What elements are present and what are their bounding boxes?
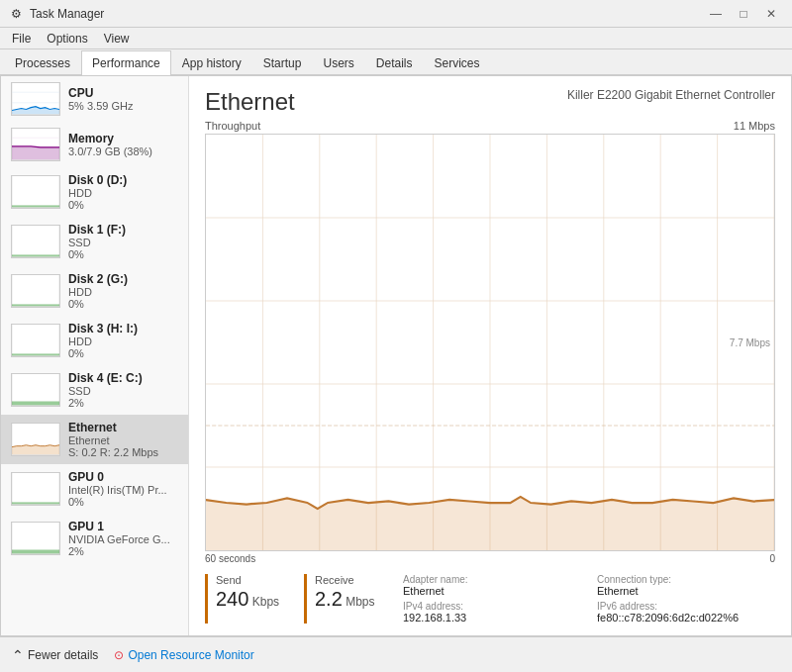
- svg-rect-24: [12, 522, 59, 553]
- main-container: CPU 5% 3.59 GHz Memory 3.0/7.9 GB (38%): [0, 75, 792, 636]
- svg-rect-11: [12, 205, 59, 207]
- disk0-info: Disk 0 (D:) HDD 0%: [68, 173, 178, 211]
- disk0-thumbnail: [11, 175, 60, 209]
- disk1-thumbnail: [11, 225, 60, 258]
- adapter-name-item: Adapter name: Ethernet: [403, 574, 581, 597]
- svg-rect-25: [12, 549, 59, 553]
- details-grid: Adapter name: Ethernet Connection type: …: [403, 574, 775, 624]
- tab-users[interactable]: Users: [312, 50, 364, 75]
- menu-options[interactable]: Options: [39, 30, 95, 47]
- close-button[interactable]: ✕: [758, 4, 784, 24]
- memory-label: Memory: [68, 132, 178, 145]
- disk3-info: Disk 3 (H: I:) HDD 0%: [68, 322, 178, 359]
- cpu-label: CPU: [68, 86, 178, 100]
- disk1-label: Disk 1 (F:): [68, 223, 178, 237]
- menu-file[interactable]: File: [4, 30, 39, 47]
- ethernet-chart: 7.7 Mbps: [205, 134, 775, 551]
- svg-rect-16: [12, 324, 59, 355]
- disk2-usage: 0%: [68, 298, 178, 310]
- gpu0-name: Intel(R) Iris(TM) Pr...: [68, 484, 178, 496]
- tab-processes[interactable]: Processes: [4, 50, 81, 75]
- ipv6-label: IPv6 address:: [597, 601, 775, 612]
- sidebar-item-disk1[interactable]: Disk 1 (F:) SSD 0%: [1, 217, 188, 266]
- svg-rect-17: [12, 353, 59, 355]
- send-stats: Send 240 Kbps: [205, 574, 284, 624]
- disk1-info: Disk 1 (F:) SSD 0%: [68, 223, 178, 260]
- gpu1-label: GPU 1: [68, 520, 178, 533]
- disk0-usage: 0%: [68, 199, 178, 211]
- chart-label-row: Throughput 11 Mbps: [205, 120, 775, 132]
- throughput-label: Throughput: [205, 120, 260, 132]
- sidebar-item-cpu[interactable]: CPU 5% 3.59 GHz: [1, 76, 188, 122]
- resource-monitor-label: Open Resource Monitor: [128, 648, 253, 662]
- sidebar-item-memory[interactable]: Memory 3.0/7.9 GB (38%): [1, 122, 188, 167]
- fewer-details-label: Fewer details: [28, 648, 98, 662]
- memory-thumbnail: [11, 128, 60, 161]
- sidebar-item-disk0[interactable]: Disk 0 (D:) HDD 0%: [1, 167, 188, 217]
- svg-rect-18: [12, 373, 59, 405]
- connection-type-label: Connection type:: [597, 574, 775, 585]
- chevron-up-icon: ⌃: [12, 647, 24, 663]
- cpu-stats: 5% 3.59 GHz: [68, 100, 178, 112]
- ethernet-name: Ethernet: [68, 434, 178, 446]
- menu-bar: File Options View: [0, 28, 792, 49]
- stats-row: Send 240 Kbps Receive 2.2 Mbps Adapter n…: [205, 574, 775, 624]
- gpu1-usage: 2%: [68, 545, 178, 557]
- content-title: Ethernet: [205, 88, 295, 116]
- minimize-button[interactable]: —: [703, 4, 729, 24]
- chart-time-row: 60 seconds 0: [205, 553, 775, 564]
- sidebar-item-disk3[interactable]: Disk 3 (H: I:) HDD 0%: [1, 316, 188, 365]
- tab-startup[interactable]: Startup: [252, 50, 313, 75]
- ipv4-label: IPv4 address:: [403, 601, 581, 612]
- sidebar-item-gpu0[interactable]: GPU 0 Intel(R) Iris(TM) Pr... 0%: [1, 464, 188, 514]
- receive-label: Receive: [315, 574, 383, 586]
- svg-marker-9: [12, 146, 59, 159]
- disk0-type: HDD: [68, 187, 178, 199]
- menu-view[interactable]: View: [96, 30, 138, 47]
- ipv6-value: fe80::c78:2096:6d2c:d022%6: [597, 612, 775, 624]
- footer: ⌃ Fewer details ⊙ Open Resource Monitor: [0, 636, 792, 672]
- send-value: 240: [216, 588, 248, 610]
- gpu0-usage: 0%: [68, 496, 178, 508]
- adapter-label: Adapter name:: [403, 574, 581, 585]
- svg-rect-19: [12, 401, 59, 405]
- svg-rect-15: [12, 304, 59, 306]
- receive-stats: Receive 2.2 Mbps: [304, 574, 383, 624]
- resource-monitor-link[interactable]: ⊙ Open Resource Monitor: [114, 648, 253, 662]
- chart-mid-value: 7.7 Mbps: [730, 337, 770, 348]
- disk3-usage: 0%: [68, 347, 178, 359]
- tab-services[interactable]: Services: [424, 50, 491, 75]
- disk3-thumbnail: [11, 324, 60, 357]
- svg-rect-23: [12, 502, 59, 504]
- sidebar: CPU 5% 3.59 GHz Memory 3.0/7.9 GB (38%): [1, 76, 189, 635]
- disk2-thumbnail: [11, 274, 60, 308]
- gpu0-thumbnail: [11, 472, 60, 506]
- disk4-info: Disk 4 (E: C:) SSD 2%: [68, 371, 178, 409]
- cpu-info: CPU 5% 3.59 GHz: [68, 86, 178, 112]
- gpu0-label: GPU 0: [68, 470, 178, 484]
- sidebar-item-ethernet[interactable]: Ethernet Ethernet S: 0.2 R: 2.2 Mbps: [1, 415, 188, 464]
- svg-rect-14: [12, 274, 59, 306]
- disk1-usage: 0%: [68, 248, 178, 260]
- disk2-type: HDD: [68, 286, 178, 298]
- ethernet-info: Ethernet Ethernet S: 0.2 R: 2.2 Mbps: [68, 421, 178, 458]
- disk3-label: Disk 3 (H: I:): [68, 322, 178, 336]
- sidebar-item-disk2[interactable]: Disk 2 (G:) HDD 0%: [1, 266, 188, 316]
- disk2-label: Disk 2 (G:): [68, 272, 178, 286]
- window-controls: — □ ✕: [703, 4, 784, 24]
- adapter-value: Ethernet: [403, 585, 581, 597]
- svg-rect-22: [12, 472, 59, 504]
- content-area: Ethernet Killer E2200 Gigabit Ethernet C…: [189, 76, 791, 635]
- maximize-button[interactable]: □: [731, 4, 756, 24]
- tab-details[interactable]: Details: [365, 50, 424, 75]
- tab-app-history[interactable]: App history: [171, 50, 252, 75]
- title-bar: ⚙ Task Manager — □ ✕: [0, 0, 792, 28]
- connection-type-value: Ethernet: [597, 585, 775, 597]
- tab-bar: Processes Performance App history Startu…: [0, 49, 792, 75]
- fewer-details-button[interactable]: ⌃ Fewer details: [12, 647, 98, 663]
- receive-unit: Mbps: [346, 595, 374, 609]
- disk2-info: Disk 2 (G:) HDD 0%: [68, 272, 178, 310]
- sidebar-item-disk4[interactable]: Disk 4 (E: C:) SSD 2%: [1, 365, 188, 415]
- tab-performance[interactable]: Performance: [81, 50, 171, 75]
- sidebar-item-gpu1[interactable]: GPU 1 NVIDIA GeForce G... 2%: [1, 514, 188, 563]
